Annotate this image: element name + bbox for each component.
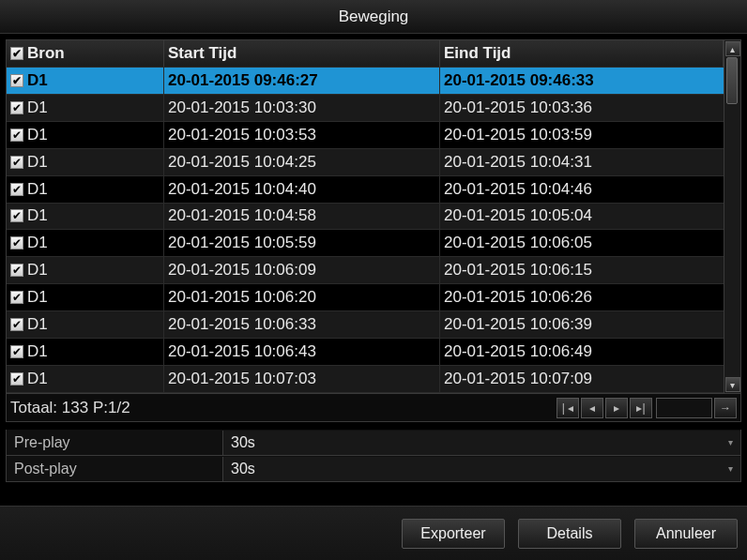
page-input[interactable]	[656, 398, 712, 418]
cell-start-time: 20-01-2015 10:03:53	[164, 122, 440, 148]
table-row[interactable]: ✔D120-01-2015 10:06:3320-01-2015 10:06:3…	[7, 311, 724, 339]
title-text: Beweging	[339, 8, 409, 26]
table-row[interactable]: ✔D120-01-2015 09:46:2720-01-2015 09:46:3…	[7, 68, 724, 95]
col-end[interactable]: Eind Tijd	[440, 40, 724, 67]
row-checkbox[interactable]: ✔	[10, 372, 23, 386]
cell-start-time: 20-01-2015 10:06:20	[164, 284, 440, 310]
col-end-label: Eind Tijd	[444, 44, 511, 63]
scroll-thumb[interactable]	[726, 57, 738, 104]
col-source[interactable]: ✔ Bron	[7, 40, 164, 67]
col-start[interactable]: Start Tijd	[164, 40, 440, 67]
vertical-scrollbar[interactable]: ▴ ▾	[724, 40, 740, 393]
cell-source: ✔D1	[7, 230, 164, 256]
cell-source-text: D1	[27, 180, 48, 199]
col-source-label: Bron	[27, 44, 65, 63]
cell-source: ✔D1	[7, 68, 164, 94]
export-button[interactable]: Exporteer	[402, 519, 505, 549]
cell-source: ✔D1	[7, 204, 164, 230]
cell-end-time: 20-01-2015 10:04:46	[440, 176, 724, 203]
scroll-up-button[interactable]: ▴	[725, 41, 740, 56]
table-row[interactable]: ✔D120-01-2015 10:06:4320-01-2015 10:06:4…	[7, 339, 724, 366]
cell-end-time: 20-01-2015 10:05:04	[440, 204, 724, 230]
cell-source-text: D1	[27, 315, 48, 334]
cell-end-time: 20-01-2015 10:06:26	[440, 284, 724, 310]
cell-source-text: D1	[27, 370, 48, 388]
table-row[interactable]: ✔D120-01-2015 10:06:0920-01-2015 10:06:1…	[7, 257, 724, 284]
select-all-checkbox[interactable]: ✔	[10, 47, 23, 60]
footer-bar: Exporteer Details Annuleer	[0, 506, 747, 560]
cell-source-text: D1	[27, 288, 48, 307]
preplay-value: 30s	[231, 434, 255, 451]
pager-status: Totaal: 133 P:1/2	[10, 399, 130, 417]
table-row[interactable]: ✔D120-01-2015 10:05:5920-01-2015 10:06:0…	[7, 230, 724, 257]
table-body: ✔ Bron Start Tijd Eind Tijd ✔D120-01-201…	[7, 40, 724, 393]
chevron-down-icon: ▾	[728, 437, 733, 447]
table-row[interactable]: ✔D120-01-2015 10:04:4020-01-2015 10:04:4…	[7, 176, 724, 204]
cell-source: ✔D1	[7, 176, 164, 203]
cancel-button[interactable]: Annuleer	[634, 519, 738, 549]
table-row[interactable]: ✔D120-01-2015 10:07:0320-01-2015 10:07:0…	[7, 366, 724, 393]
cell-source-text: D1	[27, 126, 48, 144]
row-checkbox[interactable]: ✔	[10, 291, 23, 304]
row-checkbox[interactable]: ✔	[10, 129, 23, 142]
scroll-down-button[interactable]: ▾	[725, 377, 740, 392]
cell-source: ✔D1	[7, 311, 164, 338]
cell-start-time: 20-01-2015 10:06:09	[164, 257, 440, 283]
cell-end-time: 20-01-2015 10:06:15	[440, 257, 724, 283]
row-checkbox[interactable]: ✔	[10, 209, 23, 222]
cell-source: ✔D1	[7, 339, 164, 365]
cell-source-text: D1	[27, 71, 48, 90]
cell-source: ✔D1	[7, 284, 164, 310]
details-button[interactable]: Details	[518, 519, 621, 549]
preplay-row: Pre-play 30s ▾	[6, 430, 741, 456]
cell-source: ✔D1	[7, 257, 164, 283]
next-page-button[interactable]: ▸	[605, 398, 628, 418]
scroll-track[interactable]	[724, 57, 740, 376]
row-checkbox[interactable]: ✔	[10, 264, 23, 277]
last-page-button[interactable]: ▸|	[630, 398, 652, 418]
cell-start-time: 20-01-2015 10:04:25	[164, 149, 440, 175]
results-table: ✔ Bron Start Tijd Eind Tijd ✔D120-01-201…	[6, 39, 741, 394]
postplay-row: Post-play 30s ▾	[6, 456, 741, 482]
cell-source-text: D1	[27, 98, 48, 117]
cell-source-text: D1	[27, 261, 48, 280]
cell-end-time: 20-01-2015 10:03:36	[440, 95, 724, 121]
prev-page-button[interactable]: ◂	[581, 398, 603, 418]
table-row[interactable]: ✔D120-01-2015 10:04:5820-01-2015 10:05:0…	[7, 204, 724, 231]
table-row[interactable]: ✔D120-01-2015 10:06:2020-01-2015 10:06:2…	[7, 284, 724, 311]
cell-end-time: 20-01-2015 09:46:33	[440, 68, 724, 94]
chevron-down-icon: ▾	[728, 463, 733, 474]
row-checkbox[interactable]: ✔	[10, 156, 23, 169]
row-checkbox[interactable]: ✔	[10, 183, 23, 196]
table-row[interactable]: ✔D120-01-2015 10:04:2520-01-2015 10:04:3…	[7, 149, 724, 176]
first-page-button[interactable]: | ◂	[556, 398, 579, 418]
content-area: ✔ Bron Start Tijd Eind Tijd ✔D120-01-201…	[0, 34, 747, 506]
cell-source-text: D1	[27, 153, 48, 172]
cell-end-time: 20-01-2015 10:06:39	[440, 311, 724, 338]
row-checkbox[interactable]: ✔	[10, 74, 23, 87]
row-checkbox[interactable]: ✔	[10, 318, 23, 331]
cell-start-time: 20-01-2015 10:07:03	[164, 366, 440, 392]
cell-start-time: 20-01-2015 10:05:59	[164, 230, 440, 256]
cell-source: ✔D1	[7, 95, 164, 121]
cell-source: ✔D1	[7, 149, 164, 175]
preplay-select[interactable]: 30s ▾	[222, 431, 740, 455]
cell-start-time: 20-01-2015 09:46:27	[164, 68, 440, 94]
go-page-button[interactable]: →	[714, 398, 737, 418]
cell-source-text: D1	[27, 234, 48, 252]
cell-source-text: D1	[27, 206, 48, 225]
postplay-select[interactable]: 30s ▾	[222, 457, 740, 481]
cell-start-time: 20-01-2015 10:04:40	[164, 176, 440, 203]
cell-source: ✔D1	[7, 366, 164, 392]
cell-end-time: 20-01-2015 10:06:05	[440, 230, 724, 256]
row-checkbox[interactable]: ✔	[10, 345, 23, 358]
row-checkbox[interactable]: ✔	[10, 101, 23, 114]
cell-end-time: 20-01-2015 10:07:09	[440, 366, 724, 392]
row-checkbox[interactable]: ✔	[10, 236, 23, 250]
table-row[interactable]: ✔D120-01-2015 10:03:5320-01-2015 10:03:5…	[7, 122, 724, 149]
cell-start-time: 20-01-2015 10:03:30	[164, 95, 440, 121]
postplay-value: 30s	[231, 461, 255, 477]
cell-start-time: 20-01-2015 10:06:43	[164, 339, 440, 365]
table-row[interactable]: ✔D120-01-2015 10:03:3020-01-2015 10:03:3…	[7, 95, 724, 122]
window: Beweging ✔ Bron Start Tijd Eind Tijd	[0, 0, 747, 560]
